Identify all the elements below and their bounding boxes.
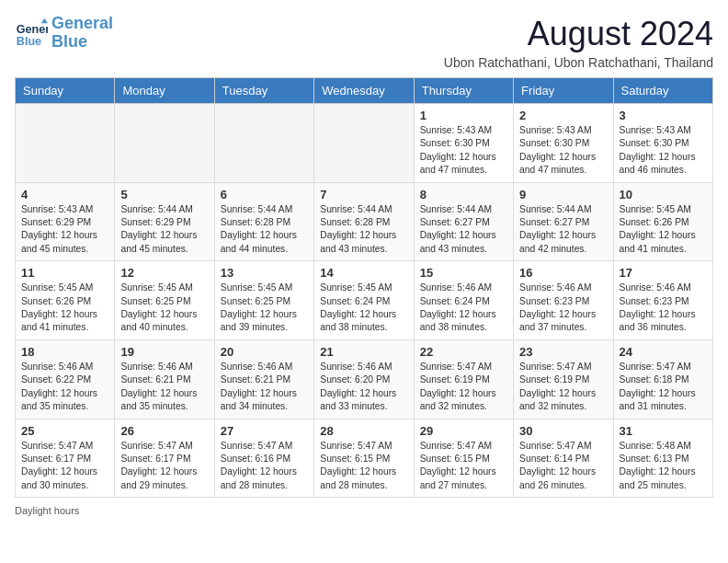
calendar-cell: 2Sunrise: 5:43 AM Sunset: 6:30 PM Daylig… (514, 104, 613, 183)
calendar-cell (214, 104, 313, 183)
col-header-thursday: Thursday (414, 78, 513, 104)
day-number: 16 (519, 266, 607, 280)
calendar-cell: 7Sunrise: 5:44 AM Sunset: 6:28 PM Daylig… (314, 182, 414, 261)
day-info: Sunrise: 5:47 AM Sunset: 6:18 PM Dayligh… (620, 361, 707, 414)
day-info: Sunrise: 5:44 AM Sunset: 6:28 PM Dayligh… (221, 203, 308, 257)
day-number: 22 (420, 345, 507, 359)
calendar-cell: 6Sunrise: 5:44 AM Sunset: 6:28 PM Daylig… (214, 182, 313, 261)
day-info: Sunrise: 5:47 AM Sunset: 6:15 PM Dayligh… (420, 440, 507, 493)
calendar-cell: 10Sunrise: 5:45 AM Sunset: 6:26 PM Dayli… (613, 182, 712, 261)
calendar-cell (115, 104, 214, 183)
col-header-sunday: Sunday (16, 78, 115, 104)
calendar-cell: 23Sunrise: 5:47 AM Sunset: 6:19 PM Dayli… (514, 339, 613, 419)
month-title: August 2024 (444, 15, 713, 53)
page-header: General Blue GeneralBlue August 2024 Ubo… (15, 15, 713, 70)
day-info: Sunrise: 5:46 AM Sunset: 6:22 PM Dayligh… (21, 361, 108, 414)
day-number: 2 (519, 109, 607, 122)
calendar-cell: 3Sunrise: 5:43 AM Sunset: 6:30 PM Daylig… (613, 104, 712, 183)
calendar-cell: 16Sunrise: 5:46 AM Sunset: 6:23 PM Dayli… (514, 261, 613, 340)
calendar-cell: 27Sunrise: 5:47 AM Sunset: 6:16 PM Dayli… (214, 419, 313, 498)
col-header-saturday: Saturday (613, 78, 712, 104)
day-info: Sunrise: 5:46 AM Sunset: 6:20 PM Dayligh… (320, 361, 407, 414)
col-header-friday: Friday (514, 78, 613, 104)
day-number: 8 (420, 188, 507, 201)
calendar-cell: 30Sunrise: 5:47 AM Sunset: 6:14 PM Dayli… (514, 419, 613, 498)
calendar-cell: 18Sunrise: 5:46 AM Sunset: 6:22 PM Dayli… (16, 339, 115, 419)
location-title: Ubon Ratchathani, Ubon Ratchathani, Thai… (444, 55, 713, 70)
week-row-5: 25Sunrise: 5:47 AM Sunset: 6:17 PM Dayli… (16, 419, 713, 498)
day-number: 3 (620, 109, 707, 122)
day-number: 25 (21, 424, 108, 438)
header-row: SundayMondayTuesdayWednesdayThursdayFrid… (16, 78, 713, 104)
day-info: Sunrise: 5:46 AM Sunset: 6:21 PM Dayligh… (120, 361, 208, 414)
day-info: Sunrise: 5:43 AM Sunset: 6:30 PM Dayligh… (519, 124, 607, 178)
calendar-cell: 13Sunrise: 5:45 AM Sunset: 6:25 PM Dayli… (214, 261, 313, 340)
calendar-cell: 24Sunrise: 5:47 AM Sunset: 6:18 PM Dayli… (613, 339, 712, 419)
day-info: Sunrise: 5:45 AM Sunset: 6:26 PM Dayligh… (21, 282, 108, 335)
day-number: 9 (519, 188, 607, 201)
day-number: 30 (519, 424, 607, 438)
calendar-cell: 31Sunrise: 5:48 AM Sunset: 6:13 PM Dayli… (613, 419, 712, 498)
day-number: 21 (320, 345, 407, 359)
svg-marker-2 (41, 18, 48, 23)
day-info: Sunrise: 5:47 AM Sunset: 6:15 PM Dayligh… (320, 440, 407, 493)
day-info: Sunrise: 5:47 AM Sunset: 6:17 PM Dayligh… (120, 440, 208, 493)
day-number: 10 (620, 188, 707, 201)
day-number: 23 (519, 345, 607, 359)
day-info: Sunrise: 5:45 AM Sunset: 6:24 PM Dayligh… (320, 282, 407, 335)
col-header-tuesday: Tuesday (214, 78, 313, 104)
day-number: 15 (420, 266, 507, 280)
week-row-2: 4Sunrise: 5:43 AM Sunset: 6:29 PM Daylig… (16, 182, 713, 261)
calendar-cell: 19Sunrise: 5:46 AM Sunset: 6:21 PM Dayli… (115, 339, 214, 419)
week-row-4: 18Sunrise: 5:46 AM Sunset: 6:22 PM Dayli… (16, 339, 713, 419)
day-info: Sunrise: 5:43 AM Sunset: 6:30 PM Dayligh… (420, 124, 507, 178)
day-number: 14 (320, 266, 407, 280)
day-info: Sunrise: 5:46 AM Sunset: 6:23 PM Dayligh… (519, 282, 607, 335)
col-header-monday: Monday (115, 78, 214, 104)
calendar-cell: 25Sunrise: 5:47 AM Sunset: 6:17 PM Dayli… (16, 419, 115, 498)
calendar-cell: 4Sunrise: 5:43 AM Sunset: 6:29 PM Daylig… (16, 182, 115, 261)
day-number: 7 (320, 188, 407, 201)
footer-text: Daylight hours (15, 505, 79, 516)
day-number: 19 (120, 345, 208, 359)
week-row-1: 1Sunrise: 5:43 AM Sunset: 6:30 PM Daylig… (16, 104, 713, 183)
day-info: Sunrise: 5:45 AM Sunset: 6:26 PM Dayligh… (620, 203, 707, 257)
calendar-cell: 22Sunrise: 5:47 AM Sunset: 6:19 PM Dayli… (414, 339, 513, 419)
calendar-cell: 15Sunrise: 5:46 AM Sunset: 6:24 PM Dayli… (414, 261, 513, 340)
day-info: Sunrise: 5:44 AM Sunset: 6:27 PM Dayligh… (519, 203, 607, 257)
day-number: 11 (21, 266, 108, 280)
calendar-table: SundayMondayTuesdayWednesdayThursdayFrid… (15, 77, 713, 498)
day-info: Sunrise: 5:46 AM Sunset: 6:24 PM Dayligh… (420, 282, 507, 335)
calendar-cell: 14Sunrise: 5:45 AM Sunset: 6:24 PM Dayli… (314, 261, 414, 340)
logo-text: GeneralBlue (51, 15, 113, 52)
day-info: Sunrise: 5:47 AM Sunset: 6:19 PM Dayligh… (519, 361, 607, 414)
week-row-3: 11Sunrise: 5:45 AM Sunset: 6:26 PM Dayli… (16, 261, 713, 340)
day-info: Sunrise: 5:45 AM Sunset: 6:25 PM Dayligh… (221, 282, 308, 335)
day-info: Sunrise: 5:47 AM Sunset: 6:19 PM Dayligh… (420, 361, 507, 414)
calendar-cell: 29Sunrise: 5:47 AM Sunset: 6:15 PM Dayli… (414, 419, 513, 498)
day-info: Sunrise: 5:43 AM Sunset: 6:29 PM Dayligh… (21, 203, 108, 257)
day-number: 26 (120, 424, 208, 438)
day-info: Sunrise: 5:47 AM Sunset: 6:17 PM Dayligh… (21, 440, 108, 493)
day-number: 27 (221, 424, 308, 438)
calendar-cell: 21Sunrise: 5:46 AM Sunset: 6:20 PM Dayli… (314, 339, 414, 419)
calendar-cell: 20Sunrise: 5:46 AM Sunset: 6:21 PM Dayli… (214, 339, 313, 419)
calendar-cell: 12Sunrise: 5:45 AM Sunset: 6:25 PM Dayli… (115, 261, 214, 340)
col-header-wednesday: Wednesday (314, 78, 414, 104)
day-number: 29 (420, 424, 507, 438)
day-info: Sunrise: 5:44 AM Sunset: 6:28 PM Dayligh… (320, 203, 407, 257)
day-number: 6 (221, 188, 308, 201)
day-number: 24 (620, 345, 707, 359)
day-number: 1 (420, 109, 507, 122)
title-section: August 2024 Ubon Ratchathani, Ubon Ratch… (444, 15, 713, 70)
calendar-cell: 11Sunrise: 5:45 AM Sunset: 6:26 PM Dayli… (16, 261, 115, 340)
day-info: Sunrise: 5:46 AM Sunset: 6:21 PM Dayligh… (221, 361, 308, 414)
day-number: 13 (221, 266, 308, 280)
day-info: Sunrise: 5:47 AM Sunset: 6:16 PM Dayligh… (221, 440, 308, 493)
day-number: 31 (620, 424, 707, 438)
calendar-cell: 17Sunrise: 5:46 AM Sunset: 6:23 PM Dayli… (613, 261, 712, 340)
day-number: 18 (21, 345, 108, 359)
day-number: 20 (221, 345, 308, 359)
calendar-cell (16, 104, 115, 183)
footer: Daylight hours (15, 505, 713, 516)
